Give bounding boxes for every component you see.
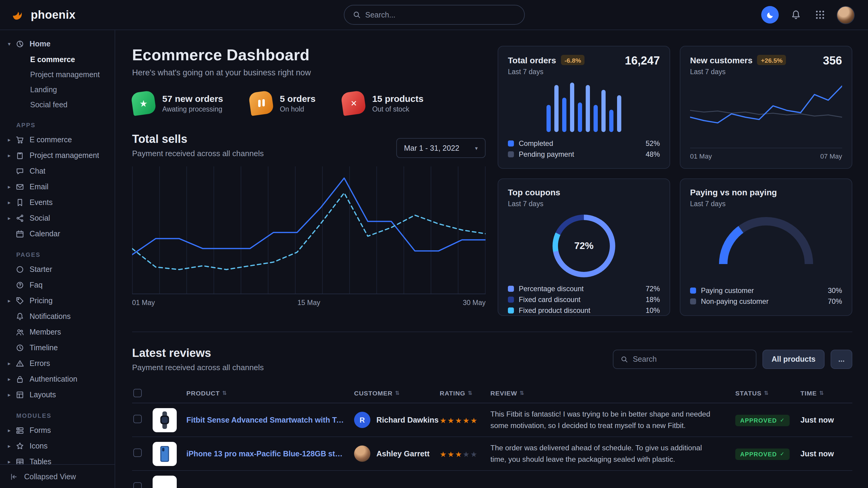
- new-customers-card: New customers +26.5% Last 7 days 356 01 …: [680, 46, 852, 169]
- star-filled-icon: ★: [455, 416, 463, 425]
- sidebar-item-project-management[interactable]: Project management: [0, 67, 115, 82]
- orders-bar-chart: [508, 83, 660, 132]
- select-all-checkbox[interactable]: [133, 389, 142, 397]
- review-row: [132, 471, 852, 488]
- sidebar-item-icons[interactable]: ▸Icons: [0, 438, 115, 454]
- moon-icon: [766, 10, 774, 19]
- total-sells-chart: [132, 166, 486, 294]
- theme-toggle-button[interactable]: [761, 6, 779, 24]
- card-period: Last 7 days: [690, 200, 842, 207]
- sidebar-item-email[interactable]: ▸Email: [0, 179, 115, 195]
- user-avatar[interactable]: [837, 6, 855, 24]
- product-thumbnail[interactable]: [153, 442, 177, 466]
- sort-icon[interactable]: ⇅: [468, 390, 473, 396]
- sidebar-item-calendar[interactable]: Calendar: [0, 226, 115, 242]
- sidebar-item-social-feed[interactable]: Social feed: [0, 97, 115, 112]
- sidebar-item-layouts[interactable]: ▸Layouts: [0, 387, 115, 403]
- sidebar-item-forms[interactable]: ▸Forms: [0, 423, 115, 438]
- sidebar-item-landing[interactable]: Landing: [0, 82, 115, 97]
- global-search[interactable]: [343, 5, 525, 25]
- column-header-status[interactable]: STATUS: [735, 389, 762, 396]
- total-sells-subtitle: Payment received across all channels: [132, 149, 264, 158]
- star-empty-icon: ★: [463, 450, 470, 458]
- star-filled-icon: ★: [463, 416, 470, 425]
- sidebar-item-home[interactable]: ▾Home: [0, 36, 115, 52]
- column-header-customer[interactable]: CUSTOMER: [354, 389, 393, 396]
- stat-on-hold: 5 ordersOn hold: [250, 92, 315, 115]
- caret-right-icon: ▸: [8, 392, 16, 398]
- paying-card: Paying vs non paying Last 7 days Paying …: [680, 178, 852, 316]
- product-thumbnail[interactable]: [153, 408, 177, 432]
- more-options-button[interactable]: ...: [831, 350, 852, 369]
- sort-icon[interactable]: ⇅: [395, 390, 400, 396]
- row-checkbox[interactable]: [133, 482, 142, 488]
- sidebar-item-events[interactable]: ▸Events: [0, 195, 115, 210]
- column-header-rating[interactable]: RATING: [440, 389, 465, 396]
- sidebar-item-social[interactable]: ▸Social: [0, 210, 115, 226]
- sidebar-item-members[interactable]: Members: [0, 324, 115, 340]
- legend-value: 72%: [646, 285, 660, 293]
- caret-down-icon: ▾: [8, 41, 16, 47]
- sidebar-item-project-management[interactable]: ▸Project management: [0, 148, 115, 163]
- latest-reviews-section: Latest reviews Payment received across a…: [132, 331, 852, 488]
- sidebar-item-pricing[interactable]: ▸Pricing: [0, 293, 115, 308]
- sidebar-item-authentication[interactable]: ▸Authentication: [0, 371, 115, 387]
- product-link[interactable]: Fitbit Sense Advanced Smartwatch with To…: [186, 416, 354, 424]
- sort-icon[interactable]: ⇅: [222, 390, 227, 396]
- new-customers-value: 356: [823, 54, 842, 67]
- caret-right-icon: ▸: [8, 360, 16, 366]
- reviews-search[interactable]: [613, 350, 756, 369]
- column-header-product[interactable]: PRODUCT: [186, 389, 220, 396]
- legend-value: 70%: [828, 297, 842, 306]
- legend-label: Fixed product discount: [519, 306, 590, 315]
- sort-icon[interactable]: ⇅: [764, 390, 769, 396]
- navbar-actions: [761, 6, 855, 24]
- sidebar-item-notifications[interactable]: Notifications: [0, 308, 115, 324]
- collapse-icon: [10, 472, 18, 481]
- collapsed-view-toggle[interactable]: Collapsed View: [0, 464, 115, 488]
- apps-menu-button[interactable]: [812, 7, 827, 22]
- x-label: 01 May: [132, 299, 155, 306]
- date-range-select[interactable]: Mar 1 - 31, 2022 ▾: [396, 138, 486, 158]
- card-title: New customers: [690, 55, 752, 65]
- total-sells-title: Total sells: [132, 133, 264, 146]
- sidebar-item-starter[interactable]: Starter: [0, 262, 115, 277]
- caret-right-icon: ▸: [8, 215, 16, 221]
- sidebar-item-errors[interactable]: ▸Errors: [0, 356, 115, 371]
- sidebar-section-title-apps: APPS: [0, 122, 115, 128]
- stat-out-of-stock: ✕15 productsOut of stock: [342, 92, 424, 115]
- product-link[interactable]: iPhone 13 pro max-Pacific Blue-128GB sto…: [186, 449, 354, 458]
- users-icon: [16, 328, 30, 336]
- sidebar-item-chat[interactable]: Chat: [0, 163, 115, 179]
- legend-value: 10%: [646, 306, 660, 315]
- caret-right-icon: ▸: [8, 376, 16, 382]
- brand-logo[interactable]: phoenix: [11, 7, 76, 22]
- clipboard-icon: [16, 151, 30, 160]
- x-label-start: 01 May: [690, 153, 712, 160]
- sidebar-item-timeline[interactable]: Timeline: [0, 340, 115, 356]
- chat-icon: [16, 167, 30, 175]
- row-checkbox[interactable]: [133, 448, 142, 457]
- legend-label: Paying customer: [701, 286, 754, 295]
- notifications-button[interactable]: [788, 7, 803, 22]
- global-search-input[interactable]: [365, 10, 516, 19]
- reviews-search-input[interactable]: [633, 355, 749, 363]
- viewport: phoenix ▾HomeE commerceProject managemen…: [0, 0, 868, 488]
- column-header-time[interactable]: TIME: [801, 389, 817, 396]
- star-empty-icon: ★: [470, 450, 478, 458]
- product-thumbnail[interactable]: [153, 475, 177, 488]
- brand-name: phoenix: [31, 8, 76, 22]
- column-header-review[interactable]: REVIEW: [490, 389, 517, 396]
- stat-awating-processing: ★57 new ordersAwating processing: [132, 92, 223, 115]
- pause-icon: [248, 90, 274, 116]
- sort-icon[interactable]: ⇅: [819, 390, 824, 396]
- all-products-button[interactable]: All products: [763, 350, 825, 369]
- warning-icon: [16, 359, 30, 368]
- sidebar-item-faq[interactable]: Faq: [0, 277, 115, 293]
- sidebar-item-e-commerce[interactable]: ▸E commerce: [0, 132, 115, 148]
- sidebar-item-e-commerce[interactable]: E commerce: [0, 52, 115, 67]
- sort-icon[interactable]: ⇅: [520, 390, 525, 396]
- row-checkbox[interactable]: [133, 415, 142, 423]
- order-bar: [570, 83, 574, 132]
- legend-item: Paying customer30%: [690, 285, 842, 296]
